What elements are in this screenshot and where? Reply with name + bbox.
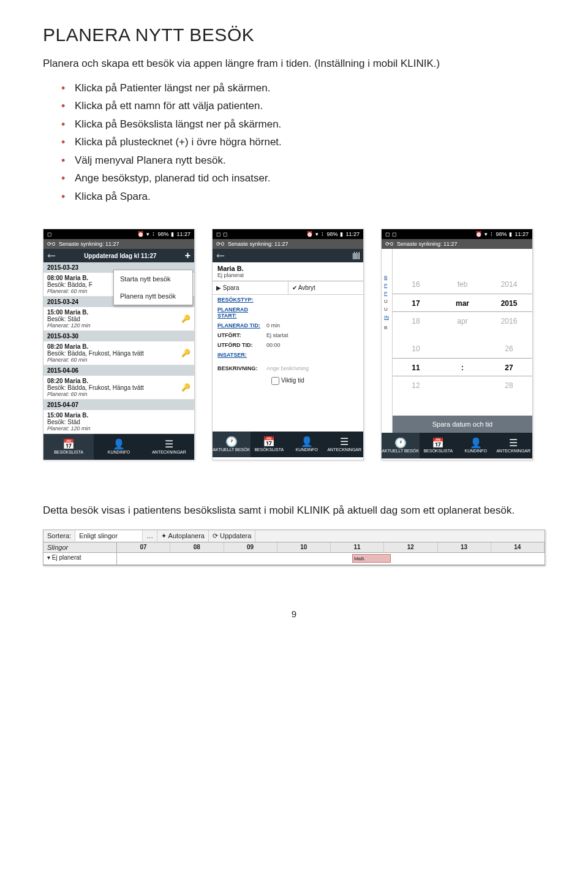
planned-start-link[interactable]: PLANERAD START: <box>217 306 266 319</box>
nav-customer[interactable]: 👤KUNDINFO <box>288 432 326 457</box>
autoplan-button[interactable]: ✦ Autoplanera <box>157 530 209 542</box>
person-icon: 👤 <box>301 437 313 447</box>
nav-customer[interactable]: 👤KUNDINFO <box>94 434 144 460</box>
menu-plan-visit[interactable]: Planera nytt besök <box>114 287 192 305</box>
wifi-icon: ▾ <box>484 231 488 237</box>
refresh-icon: ⟳ <box>213 532 220 539</box>
nav-current[interactable]: 🕐AKTUELLT BESÖK <box>213 432 251 457</box>
sync-label: Senaste synkning: 11:27 <box>59 241 119 247</box>
nav-customer[interactable]: 👤KUNDINFO <box>457 433 495 458</box>
back-icon[interactable]: 🡐 <box>47 251 56 261</box>
add-menu-popup: Starta nytt besök Planera nytt besök <box>113 270 193 305</box>
visit-item[interactable]: 08:20 Maria B. Besök: Bädda, Frukost, Hä… <box>43 376 194 400</box>
update-button[interactable]: ⟳ Uppdatera <box>209 530 255 542</box>
notification-icon: ◻ <box>385 231 390 237</box>
key-icon: 🔑 <box>181 349 190 357</box>
alarm-icon: ⏰ <box>137 231 144 237</box>
key-icon: 🔑 <box>181 314 190 323</box>
datetime-picker[interactable]: 16feb2014 17mar2015 18apr2016 1026 11:27… <box>393 249 532 433</box>
clock-icon: 🕐 <box>225 437 238 447</box>
step-item: Klicka på plustecknet (+) i övre högra h… <box>61 134 545 150</box>
refresh-icon[interactable]: ⟳ <box>47 241 52 247</box>
signal-icon: ⫶ <box>490 231 493 237</box>
save-datetime-button[interactable]: Spara datum och tid <box>393 416 532 433</box>
performed-time-label: UTFÖRD TID: <box>217 342 266 348</box>
step-item: Välj menyval Planera nytt besök. <box>61 153 545 169</box>
battery-icon: ▮ <box>509 231 512 237</box>
topbar-title: Uppdaterad Idag kl 11:27 <box>84 253 156 259</box>
important-time-label: Viktig tid <box>281 377 304 384</box>
signal-icon: ⫶ <box>152 231 155 237</box>
add-button[interactable]: + <box>185 250 190 261</box>
notification-icon: ◻ <box>47 231 51 237</box>
description-placeholder[interactable]: Ange beskrivning <box>266 365 358 371</box>
alarm-icon: ⏰ <box>306 231 313 237</box>
wifi-icon: ▾ <box>146 231 149 237</box>
cancel-button[interactable]: ✔ Avbryt <box>288 281 364 294</box>
chevron-down-icon: ▾ <box>47 554 52 561</box>
patient-name: Maria B. <box>217 265 358 272</box>
clock-icon: 🕐 <box>394 438 407 448</box>
nav-visitlist[interactable]: 📅BESÖKSLISTA <box>251 432 288 457</box>
calendar-icon: 📅 <box>432 438 444 448</box>
visit-item[interactable]: 15:00 Maria B. Besök: Städ Planerat: 120… <box>43 410 194 434</box>
step-item: Klicka på Spara. <box>61 189 545 205</box>
person-icon: 👤 <box>470 438 482 448</box>
sync-count: 0 <box>52 241 55 247</box>
nav-visitlist[interactable]: 📅BESÖKSLISTA <box>420 433 458 458</box>
gantt-loops-header: Slingor <box>43 542 117 552</box>
key-icon: 🔑 <box>181 383 190 392</box>
visit-item[interactable]: 08:20 Maria B. Besök: Bädda, Frukost, Hä… <box>43 341 194 365</box>
date-header: 2015-03-30 <box>43 331 194 341</box>
sparkle-icon: ✦ <box>161 532 168 539</box>
plan-status: Ej planerat <box>217 272 358 278</box>
barcode-icon[interactable] <box>353 252 360 259</box>
wifi-icon: ▾ <box>315 231 318 237</box>
description-label: BESKRIVNING: <box>217 365 266 371</box>
notification-icon: ◻ <box>216 231 221 237</box>
step-item: Ange besökstyp, planerad tid och insatse… <box>61 170 545 186</box>
nav-current[interactable]: 🕐AKTUELLT BESÖK <box>382 433 420 458</box>
gantt-row-unplanned[interactable]: ▾ Ej planerat <box>43 553 117 565</box>
back-icon[interactable]: 🡐 <box>216 251 225 261</box>
status-left-icons: ◻ <box>47 231 51 237</box>
nav-notes[interactable]: ☰ANTECKNINGAR <box>144 434 194 460</box>
play-icon: ▶ <box>216 284 223 291</box>
sort-select[interactable]: Enligt slingor <box>75 530 143 541</box>
important-time-checkbox[interactable] <box>271 377 279 385</box>
visit-item[interactable]: 15:00 Maria B. Besök: Städ Planerat: 120… <box>43 307 194 331</box>
refresh-icon[interactable]: ⟳ <box>216 241 221 247</box>
performed-label: UTFÖRT: <box>217 332 266 338</box>
actions-link[interactable]: INSATSER: <box>217 352 266 358</box>
gantt-visit-block[interactable]: MaB. <box>352 554 391 563</box>
screenshot-datetime-picker: ◻◻ ⏰ ▾ ⫶ 98% ▮ 11:27 ⟳ 0 Senaste synknin… <box>381 229 533 460</box>
steps-list: Klicka på Patienter längst ner på skärme… <box>43 80 545 205</box>
step-item: Klicka på ett namn för att välja patient… <box>61 98 545 114</box>
planned-time-link[interactable]: PLANERAD TID: <box>217 322 266 329</box>
save-button[interactable]: ▶ Spara <box>213 281 288 294</box>
date-header: 2015-04-07 <box>43 400 194 410</box>
notes-icon: ☰ <box>509 438 518 448</box>
check-icon: ✔ <box>292 284 298 291</box>
nav-notes[interactable]: ☰ANTECKNINGAR <box>326 432 364 457</box>
status-time: 11:27 <box>176 231 190 237</box>
signal-icon: ⫶ <box>321 231 324 237</box>
sort-more-button[interactable]: … <box>143 530 157 541</box>
page-number: 9 <box>43 609 545 619</box>
refresh-icon[interactable]: ⟳ <box>385 241 390 247</box>
calendar-icon: 📅 <box>263 437 275 447</box>
menu-start-visit[interactable]: Starta nytt besök <box>114 270 192 287</box>
nav-visitlist[interactable]: 📅BESÖKSLISTA <box>43 434 94 460</box>
screenshot-visit-list: ◻ ⏰ ▾ ⫶ 98% ▮ 11:27 ⟳ 0 Senaste synkning… <box>43 229 195 460</box>
step-item: Klicka på Besökslista längst ner på skär… <box>61 116 545 132</box>
battery-icon: ▮ <box>171 231 174 237</box>
battery-icon: ▮ <box>340 231 343 237</box>
date-header: 2015-04-06 <box>43 365 194 376</box>
screenshot-plan-form: ◻◻ ⏰ ▾ ⫶ 98% ▮ 11:27 ⟳ 0 Senaste synknin… <box>212 229 364 460</box>
visit-type-link[interactable]: BESÖKSTYP: <box>217 297 266 303</box>
step-item: Klicka på Patienter längst ner på skärme… <box>61 80 545 96</box>
sort-label: Sortera: <box>43 530 75 541</box>
nav-notes[interactable]: ☰ANTECKNINGAR <box>495 433 533 458</box>
notification-icon: ◻ <box>223 231 227 237</box>
notes-icon: ☰ <box>340 437 349 447</box>
